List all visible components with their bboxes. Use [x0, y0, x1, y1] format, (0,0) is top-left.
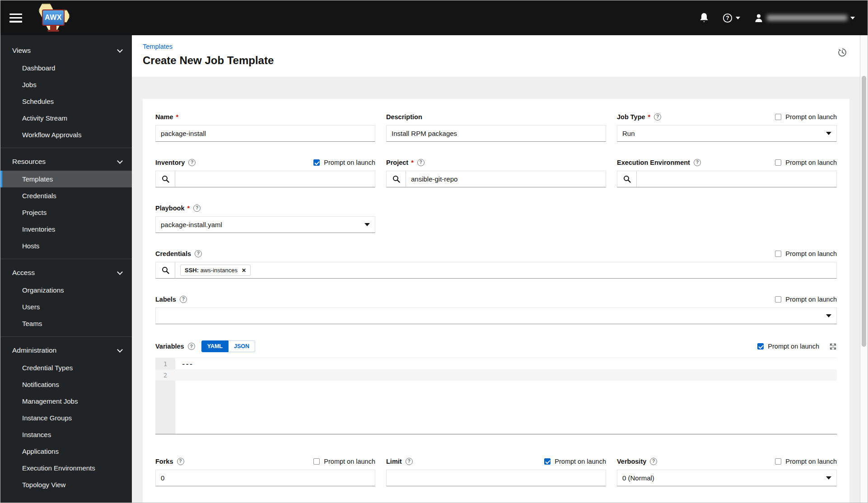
job-type-label: Job Type — [617, 113, 645, 121]
help-icon[interactable]: ? — [650, 458, 657, 465]
sidebar-item-jobs[interactable]: Jobs — [0, 76, 132, 93]
sidebar-item-teams[interactable]: Teams — [0, 315, 132, 332]
description-label: Description — [386, 113, 422, 121]
limit-prompt-on-launch[interactable]: Prompt on launch — [544, 458, 606, 465]
sidebar-item-hosts[interactable]: Hosts — [0, 238, 132, 254]
sidebar-item-applications[interactable]: Applications — [0, 443, 132, 460]
sidebar-group-administration[interactable]: Administration — [0, 341, 132, 359]
sidebar-item-credentials[interactable]: Credentials — [0, 187, 132, 204]
sidebar-group-access[interactable]: Access — [0, 264, 132, 282]
sidebar-group-views[interactable]: Views — [0, 42, 132, 60]
checkbox-unchecked[interactable] — [775, 296, 781, 303]
variables-prompt-on-launch[interactable]: Prompt on launch — [757, 343, 819, 350]
verbosity-select[interactable]: 0 (Normal) — [617, 470, 837, 486]
sidebar-item-templates[interactable]: Templates — [0, 171, 132, 187]
line-number: 2 — [155, 372, 175, 379]
field-variables: Variables ? YAML JSON Prompt on l — [155, 340, 837, 434]
checkbox-checked[interactable] — [313, 159, 320, 166]
credential-chip-kind: SSH: — [185, 267, 199, 274]
awx-logo[interactable]: AWX — [35, 3, 71, 33]
sidebar-item-workflow-approvals[interactable]: Workflow Approvals — [0, 126, 132, 143]
playbook-select[interactable]: package-install.yaml — [155, 216, 375, 233]
credentials-prompt-on-launch[interactable]: Prompt on launch — [775, 250, 837, 257]
brand-text: AWX — [45, 14, 62, 22]
checkbox-unchecked[interactable] — [775, 159, 781, 166]
checkbox-checked[interactable] — [757, 343, 764, 349]
forks-input[interactable] — [155, 470, 375, 486]
chevron-down-icon — [117, 347, 123, 353]
checkbox-unchecked[interactable] — [775, 458, 781, 465]
project-input[interactable] — [406, 171, 606, 187]
forks-label: Forks — [155, 458, 173, 465]
help-icon[interactable]: ? — [188, 343, 195, 350]
sidebar-item-notifications[interactable]: Notifications — [0, 376, 132, 393]
sidebar-item-credential-types[interactable]: Credential Types — [0, 359, 132, 376]
checkbox-unchecked[interactable] — [775, 114, 781, 120]
user-menu-button[interactable] — [754, 13, 855, 23]
sidebar-item-instance-groups[interactable]: Instance Groups — [0, 410, 132, 426]
sidebar-item-inventories[interactable]: Inventories — [0, 221, 132, 238]
inventory-input[interactable] — [175, 171, 375, 187]
help-icon[interactable]: ? — [195, 250, 202, 257]
main-content: Templates Create New Job Template — [132, 35, 868, 503]
inventory-prompt-on-launch[interactable]: Prompt on launch — [313, 159, 375, 166]
field-job-type: Job Type * ? Prompt on launch Run — [617, 112, 837, 142]
description-input[interactable] — [386, 125, 606, 142]
help-icon[interactable]: ? — [180, 296, 187, 303]
forks-prompt-on-launch[interactable]: Prompt on launch — [313, 458, 375, 465]
sidebar-item-dashboard[interactable]: Dashboard — [0, 60, 132, 76]
labels-prompt-on-launch[interactable]: Prompt on launch — [775, 296, 837, 303]
execution-environment-prompt-on-launch[interactable]: Prompt on launch — [775, 159, 837, 166]
tab-json[interactable]: JSON — [229, 340, 255, 352]
activity-history-button[interactable] — [837, 47, 848, 59]
sidebar-item-organizations[interactable]: Organizations — [0, 282, 132, 298]
execution-environment-search-button[interactable] — [617, 171, 637, 187]
project-search-button[interactable] — [386, 171, 406, 187]
job-type-select[interactable]: Run — [617, 125, 837, 142]
help-menu-button[interactable]: ? — [723, 13, 740, 23]
notifications-button[interactable] — [699, 13, 709, 23]
checkbox-unchecked[interactable] — [313, 458, 320, 465]
sidebar-item-activity-stream[interactable]: Activity Stream — [0, 110, 132, 126]
help-icon[interactable]: ? — [193, 205, 201, 212]
field-project: Project * ? — [386, 158, 606, 187]
chevron-down-icon — [117, 269, 123, 275]
editor-expand-button[interactable] — [829, 343, 837, 350]
expand-arrows-icon — [829, 343, 837, 350]
checkbox-checked[interactable] — [544, 458, 551, 465]
help-icon[interactable]: ? — [654, 113, 661, 121]
scrollbar-thumb[interactable] — [862, 76, 866, 347]
credentials-search-button[interactable] — [155, 262, 175, 279]
sidebar-item-management-jobs[interactable]: Management Jobs — [0, 393, 132, 410]
sidebar-item-execution-environments[interactable]: Execution Environments — [0, 460, 132, 476]
breadcrumb-templates[interactable]: Templates — [143, 43, 173, 50]
help-icon[interactable]: ? — [188, 159, 196, 166]
sidebar-item-instances[interactable]: Instances — [0, 426, 132, 443]
execution-environment-input[interactable] — [637, 171, 837, 187]
job-type-prompt-on-launch[interactable]: Prompt on launch — [775, 113, 837, 121]
page-scrollbar[interactable] — [860, 35, 868, 503]
verbosity-prompt-on-launch[interactable]: Prompt on launch — [775, 458, 837, 465]
sidebar-item-topology-view[interactable]: Topology View — [0, 476, 132, 493]
help-icon[interactable]: ? — [694, 159, 701, 166]
help-icon[interactable]: ? — [406, 458, 413, 465]
checkbox-unchecked[interactable] — [775, 251, 781, 257]
variables-code-editor[interactable]: 1 --- 2 — [155, 358, 837, 434]
help-icon[interactable]: ? — [177, 458, 184, 465]
credentials-chip-area[interactable]: SSH: aws-instances ✕ — [175, 262, 837, 279]
sidebar-item-users[interactable]: Users — [0, 298, 132, 315]
nav-toggle-button[interactable] — [9, 13, 23, 23]
name-input[interactable] — [155, 125, 375, 142]
labels-select[interactable] — [155, 307, 837, 324]
inventory-search-button[interactable] — [155, 171, 175, 187]
inventory-label: Inventory — [155, 159, 185, 166]
sidebar-group-resources[interactable]: Resources — [0, 153, 132, 171]
sidebar-nav: Views Dashboard Jobs Schedules Activity … — [0, 35, 132, 503]
help-icon[interactable]: ? — [417, 159, 425, 166]
chip-close-icon[interactable]: ✕ — [242, 268, 246, 273]
credential-chip-name: aws-instances — [201, 267, 238, 274]
sidebar-item-projects[interactable]: Projects — [0, 204, 132, 221]
limit-input[interactable] — [386, 470, 606, 486]
sidebar-item-schedules[interactable]: Schedules — [0, 93, 132, 110]
tab-yaml[interactable]: YAML — [201, 340, 229, 352]
